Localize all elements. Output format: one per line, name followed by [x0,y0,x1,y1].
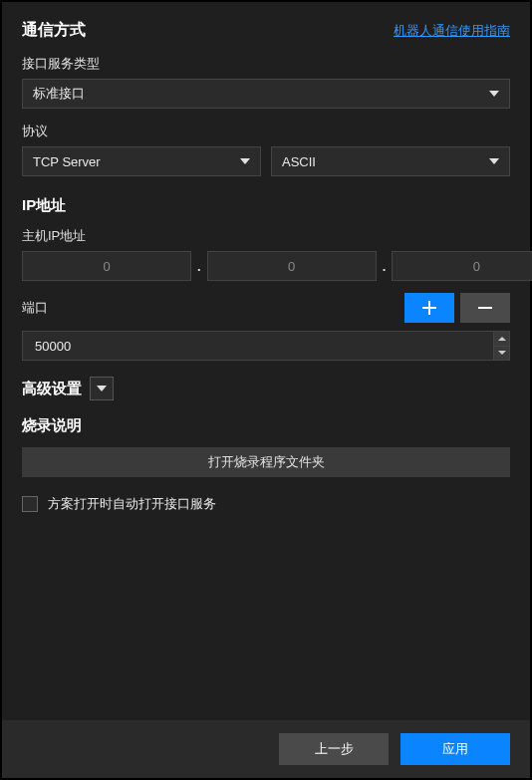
chevron-down-icon [97,386,107,391]
port-label: 端口 [22,299,48,317]
ip-input-row: . . . [22,251,510,281]
dot-separator: . [197,259,201,274]
advanced-expand-button[interactable] [90,377,114,400]
port-spinner[interactable] [22,331,510,361]
format-value: ASCII [282,154,316,169]
chevron-down-icon [498,351,506,355]
port-step-down[interactable] [494,347,509,361]
transport-value: TCP Server [33,154,101,169]
open-burn-folder-button[interactable]: 打开烧录程序文件夹 [22,447,510,477]
chevron-down-icon [489,91,499,97]
footer: 上一步 应用 [2,720,530,778]
prev-button[interactable]: 上一步 [279,733,389,765]
host-ip-label: 主机IP地址 [22,227,510,245]
minus-icon [478,301,492,315]
plus-icon [422,301,436,315]
transport-select[interactable]: TCP Server [22,146,261,176]
chevron-up-icon [498,337,506,341]
chevron-down-icon [489,158,499,164]
auto-open-checkbox[interactable] [22,496,38,512]
ip-octet-3 [392,251,532,281]
format-select[interactable]: ASCII [271,146,510,176]
apply-button[interactable]: 应用 [400,733,510,765]
interface-type-label: 接口服务类型 [22,55,510,73]
dot-separator: . [383,259,387,274]
remove-port-button[interactable] [460,293,510,323]
page-title: 通信方式 [22,20,86,41]
port-step-up[interactable] [494,332,509,347]
chevron-down-icon [240,158,250,164]
auto-open-label: 方案打开时自动打开接口服务 [48,495,216,513]
interface-type-select[interactable]: 标准接口 [22,79,510,109]
ip-octet-2 [207,251,377,281]
svg-rect-0 [478,307,492,309]
burn-title: 烧录说明 [22,416,510,435]
interface-type-value: 标准接口 [33,85,85,103]
guide-link[interactable]: 机器人通信使用指南 [394,22,510,40]
protocol-label: 协议 [22,123,510,140]
ip-section-title: IP地址 [22,196,510,215]
ip-octet-1 [22,251,191,281]
advanced-title: 高级设置 [22,380,82,398]
port-input[interactable] [23,332,493,360]
add-port-button[interactable] [404,293,454,323]
